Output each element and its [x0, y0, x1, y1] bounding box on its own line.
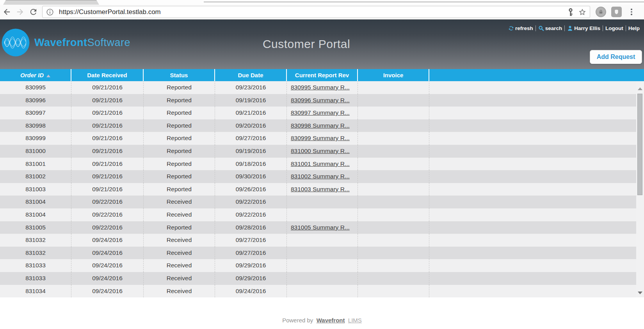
date-received-cell: 09/22/2016 [71, 221, 144, 234]
filler-cell [429, 196, 644, 208]
help-label: Help [628, 25, 640, 31]
table-row[interactable]: 831004 09/22/2016 Received 09/22/2016 [0, 208, 644, 221]
order-id-cell: 831004 [0, 196, 71, 208]
report-link[interactable]: 830995 Summary R... [291, 84, 350, 91]
date-received-cell: 09/24/2016 [71, 247, 144, 260]
help-link[interactable]: Help [627, 25, 641, 31]
table-row[interactable]: 830996 09/21/2016 Reported 09/19/2016 83… [0, 94, 644, 107]
invoice-cell [358, 158, 429, 171]
table-row[interactable]: 830999 09/21/2016 Reported 09/27/2016 83… [0, 132, 644, 145]
forward-button[interactable] [13, 6, 27, 18]
order-id-cell: 830999 [0, 132, 71, 145]
search-link[interactable]: search [537, 25, 564, 31]
table-row[interactable]: 830998 09/21/2016 Reported 09/20/2016 83… [0, 119, 644, 132]
address-bar[interactable]: https://CustomerPortal.testlab.com [42, 6, 590, 18]
table-row[interactable]: 831033 09/24/2016 Received 09/29/2016 [0, 259, 644, 272]
date-received-cell: 09/21/2016 [71, 81, 144, 94]
date-received-cell: 09/21/2016 [71, 170, 144, 183]
logout-label: Logout [605, 25, 623, 31]
column-header-due-date[interactable]: Due Date [215, 69, 287, 81]
order-id-cell: 830998 [0, 119, 71, 132]
order-id-cell: 830996 [0, 94, 71, 107]
due-date-cell: 09/22/2016 [215, 196, 287, 208]
invoice-cell [358, 285, 429, 298]
scroll-down-icon[interactable] [638, 292, 642, 294]
vertical-scrollbar[interactable] [636, 81, 644, 297]
filler-cell [429, 119, 644, 132]
report-link[interactable]: 831001 Summary R... [291, 160, 350, 167]
sort-ascending-icon [46, 75, 50, 77]
nav-divider [535, 25, 536, 31]
scroll-up-icon[interactable] [638, 87, 642, 90]
status-cell: Reported [144, 94, 215, 107]
footer-product-link[interactable]: LIMS [348, 317, 362, 324]
report-link[interactable]: 831002 Summary R... [291, 173, 350, 180]
table-row[interactable]: 831000 09/21/2016 Reported 09/19/2016 83… [0, 145, 644, 158]
table-row[interactable]: 831032 09/24/2016 Received 09/27/2016 [0, 234, 644, 247]
report-link[interactable]: 831005 Summary R... [291, 224, 350, 231]
bookmark-star-icon[interactable] [578, 8, 587, 16]
table-row[interactable]: 830997 09/21/2016 Reported 09/21/2016 83… [0, 107, 644, 119]
table-row[interactable]: 831003 09/21/2016 Reported 09/26/2016 83… [0, 183, 644, 196]
report-link[interactable]: 831000 Summary R... [291, 148, 350, 154]
table-row[interactable]: 830995 09/21/2016 Reported 09/23/2016 83… [0, 81, 644, 94]
report-link[interactable]: 831003 Summary R... [291, 186, 350, 192]
status-cell: Reported [144, 183, 215, 196]
column-header-status[interactable]: Status [144, 69, 215, 81]
page-header: WavefrontSoftware Customer Portal refres… [0, 20, 644, 69]
table-row[interactable]: 831033 09/24/2016 Received 09/29/2016 [0, 272, 644, 285]
logout-link[interactable]: Logout [604, 25, 624, 31]
page-info-icon[interactable] [46, 8, 54, 16]
search-icon [538, 25, 544, 31]
report-link[interactable]: 830998 Summary R... [291, 122, 350, 129]
password-key-icon[interactable] [566, 8, 575, 16]
filler-cell [429, 132, 644, 145]
reload-icon [29, 7, 38, 16]
url-text[interactable]: https://CustomerPortal.testlab.com [59, 8, 566, 16]
extension-shield-icon[interactable] [611, 7, 622, 17]
table-row[interactable]: 831032 09/24/2016 Received 09/27/2016 [0, 247, 644, 260]
scrollbar-thumb[interactable] [637, 94, 642, 195]
back-button[interactable] [0, 6, 13, 18]
due-date-cell: 09/23/2016 [215, 81, 287, 94]
report-link[interactable]: 830996 Summary R... [291, 97, 350, 103]
status-cell: Reported [144, 107, 215, 119]
order-id-cell: 831033 [0, 259, 71, 272]
filler-cell [429, 247, 644, 260]
reload-button[interactable] [27, 6, 40, 18]
order-id-cell: 831032 [0, 234, 71, 247]
browser-menu-icon[interactable] [626, 6, 637, 18]
user-menu[interactable]: Harry Ellis [566, 25, 601, 31]
report-link[interactable]: 830997 Summary R... [291, 109, 350, 116]
footer-brand-link[interactable]: Wavefront [317, 317, 345, 324]
column-header-order-id[interactable]: Order ID [0, 69, 71, 81]
order-id-cell: 831000 [0, 145, 71, 158]
table-row[interactable]: 831001 09/21/2016 Reported 09/18/2016 83… [0, 158, 644, 171]
refresh-link[interactable]: refresh [507, 25, 534, 31]
column-header-current-report-rev[interactable]: Current Report Rev [287, 69, 358, 81]
filler-cell [429, 158, 644, 171]
order-id-cell: 831003 [0, 183, 71, 196]
table-row[interactable]: 831002 09/21/2016 Reported 09/30/2016 83… [0, 170, 644, 183]
extension-lock-icon[interactable] [596, 7, 606, 17]
table-row[interactable]: 831004 09/22/2016 Received 09/22/2016 [0, 196, 644, 208]
table-row[interactable]: 831005 09/22/2016 Reported 09/28/2016 83… [0, 221, 644, 234]
status-cell: Received [144, 247, 215, 260]
refresh-icon [508, 25, 514, 31]
column-header-invoice[interactable]: Invoice [358, 69, 429, 81]
browser-tab[interactable] [3, 0, 99, 5]
order-id-cell: 831002 [0, 170, 71, 183]
report-link[interactable]: 830999 Summary R... [291, 135, 350, 141]
column-header-date-received[interactable]: Date Received [71, 69, 144, 81]
refresh-label: refresh [515, 25, 533, 31]
report-rev-cell: 830995 Summary R... [287, 81, 358, 94]
report-rev-cell: 831002 Summary R... [287, 170, 358, 183]
add-request-button[interactable]: Add Request [590, 50, 642, 64]
status-cell: Received [144, 208, 215, 221]
invoice-cell [358, 196, 429, 208]
order-id-cell: 831032 [0, 247, 71, 260]
date-received-cell: 09/21/2016 [71, 107, 144, 119]
top-navigation: refresh search Harry Ellis Logout Help [507, 25, 641, 31]
report-rev-cell [287, 234, 358, 247]
table-row[interactable]: 831034 09/24/2016 Received 09/24/2016 [0, 285, 644, 298]
